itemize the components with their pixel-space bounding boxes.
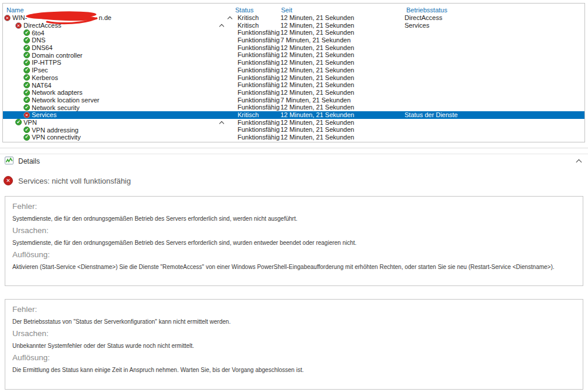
row-name-cell: ✔VPN connectivity xyxy=(3,134,81,141)
ok-icon: ✔ xyxy=(15,119,22,125)
cell-seit: 12 Minuten, 21 Sekunden xyxy=(280,81,354,89)
cell-status: Funktionsfähig xyxy=(238,67,280,74)
row-name: VPN addressing xyxy=(32,127,79,134)
column-header-betriebsstatus[interactable]: Betriebsstatus xyxy=(406,6,447,14)
table-row[interactable]: ✔NAT64Funktionsfähig12 Minuten, 21 Sekun… xyxy=(3,81,584,89)
ok-icon: ✔ xyxy=(24,29,30,36)
cell-betriebsstatus: Status der Dienste xyxy=(405,111,458,119)
cell-status: Funktionsfähig xyxy=(238,126,280,134)
column-header-name[interactable]: Name xyxy=(6,6,24,14)
ok-icon: ✔ xyxy=(24,45,30,51)
cell-betriebsstatus: Services xyxy=(405,22,429,29)
table-row[interactable]: ✔DNSFunktionsfähig7 Minuten, 21 Sekunden xyxy=(3,36,584,44)
row-name: Services xyxy=(32,111,56,118)
table-row[interactable]: ✕WIN-n.deKritisch12 Minuten, 21 Sekunden… xyxy=(3,14,584,22)
ok-icon: ✔ xyxy=(24,37,30,44)
cell-status: Funktionsfähig xyxy=(238,44,280,52)
row-name-cell: ✔IPsec xyxy=(3,67,48,74)
detail-label: Ursachen: xyxy=(12,226,576,235)
ok-icon: ✔ xyxy=(24,59,30,66)
detail-text: Die Ermittlung des Status kann einige Ze… xyxy=(12,367,576,373)
cell-status: Kritisch xyxy=(238,22,259,29)
row-name: VPN connectivity xyxy=(32,134,81,141)
table-row[interactable]: ✕ServicesKritisch12 Minuten, 21 Sekunden… xyxy=(3,111,584,119)
row-name-cell: ✔Domain controller xyxy=(3,51,82,59)
ok-icon: ✔ xyxy=(24,74,30,81)
ok-icon: ✔ xyxy=(24,67,30,74)
row-name: Network security xyxy=(32,104,79,111)
cell-status: Funktionsfähig xyxy=(238,74,280,82)
detail-text: Der Betriebsstatus von "Status der Serve… xyxy=(12,318,576,325)
operations-status-table: Name Status Seit Betriebsstatus ✕WIN-n.d… xyxy=(2,3,585,142)
row-name: IP-HTTPS xyxy=(32,59,61,66)
table-row[interactable]: ✔6to4Funktionsfähig12 Minuten, 21 Sekund… xyxy=(3,29,584,36)
row-name-cell: ✔6to4 xyxy=(3,29,44,36)
detail-text: Systemdienste, die für den ordnungsgemäß… xyxy=(12,240,576,246)
ok-icon: ✔ xyxy=(24,97,30,103)
row-name-cell: ✕WIN-n.de xyxy=(3,14,111,22)
cell-seit: 12 Minuten, 21 Sekunden xyxy=(280,14,354,22)
row-name-cell: ✔NAT64 xyxy=(3,81,51,89)
row-name-cell: ✔Network location server xyxy=(3,97,99,104)
row-name-cell: ✔DNS xyxy=(3,36,45,44)
detail-label: Auflösung: xyxy=(12,353,576,362)
row-list: ✕WIN-n.deKritisch12 Minuten, 21 Sekunden… xyxy=(3,14,584,141)
table-row[interactable]: ✔DNS64Funktionsfähig12 Minuten, 21 Sekun… xyxy=(3,44,584,52)
row-name-cell: ✔IP-HTTPS xyxy=(3,59,61,67)
error-icon: ✕ xyxy=(24,112,30,118)
column-header-seit[interactable]: Seit xyxy=(281,6,292,14)
table-row[interactable]: ✔VPN addressingFunktionsfähig12 Minuten,… xyxy=(3,126,584,134)
ok-icon: ✔ xyxy=(24,89,30,96)
row-name: DNS64 xyxy=(32,44,52,51)
table-row[interactable]: ✔VPN connectivityFunktionsfähig12 Minute… xyxy=(3,134,584,141)
table-row[interactable]: ✔Network securityFunktionsfähig12 Minute… xyxy=(3,104,584,111)
cell-seit: 7 Minuten, 21 Sekunden xyxy=(280,97,350,104)
ok-icon: ✔ xyxy=(24,104,30,111)
row-name: VPN xyxy=(24,119,37,126)
table-row[interactable]: ✔Network adaptersFunktionsfähig12 Minute… xyxy=(3,89,584,97)
collapse-chevron-icon[interactable] xyxy=(220,121,225,125)
table-row[interactable]: ✔Network location serverFunktionsfähig7 … xyxy=(3,97,584,104)
row-name-cell: ✔VPN addressing xyxy=(3,126,79,134)
table-row[interactable]: ✔IPsecFunktionsfähig12 Minuten, 21 Sekun… xyxy=(3,67,584,74)
row-name: NAT64 xyxy=(32,82,51,89)
collapse-chevron-icon[interactable] xyxy=(228,16,233,21)
error-detail-box: Fehler:Systemdienste, die für den ordnun… xyxy=(5,196,583,286)
cell-seit: 12 Minuten, 21 Sekunden xyxy=(280,67,354,74)
table-row[interactable]: ✔Domain controllerFunktionsfähig12 Minut… xyxy=(3,51,584,59)
divider xyxy=(0,148,588,148)
details-section-header[interactable]: Details xyxy=(0,154,588,168)
remote-access-operations-status: Name Status Seit Betriebsstatus ✕WIN-n.d… xyxy=(0,0,588,392)
detail-label: Fehler: xyxy=(12,305,576,314)
error-icon: ✕ xyxy=(4,15,11,21)
row-name: Kerberos xyxy=(32,74,58,81)
ok-icon: ✔ xyxy=(24,134,30,141)
detail-label: Fehler: xyxy=(12,202,576,211)
cell-seit: 12 Minuten, 21 Sekunden xyxy=(280,126,354,134)
error-icon: ✕ xyxy=(4,176,13,185)
cell-seit: 12 Minuten, 21 Sekunden xyxy=(280,119,354,127)
cell-seit: 12 Minuten, 21 Sekunden xyxy=(280,134,354,141)
ok-icon: ✔ xyxy=(24,82,30,88)
cell-seit: 12 Minuten, 21 Sekunden xyxy=(280,111,354,119)
detail-text: Aktivieren (Start-Service <Dienstname>) … xyxy=(12,264,576,270)
cell-status: Funktionsfähig xyxy=(238,36,280,44)
detail-text: Unbekannter Systemfehler oder der Status… xyxy=(12,343,576,349)
cell-status: Funktionsfähig xyxy=(238,29,280,36)
collapse-chevron-icon[interactable] xyxy=(220,24,225,28)
column-header-status[interactable]: Status xyxy=(235,6,253,14)
cell-seit: 12 Minuten, 21 Sekunden xyxy=(280,74,354,82)
row-name: IPsec xyxy=(32,67,48,74)
cell-seit: 12 Minuten, 21 Sekunden xyxy=(280,59,354,67)
status-line-text: Services: nicht voll funktionsfähig xyxy=(18,177,131,185)
table-row[interactable]: ✔VPNFunktionsfähig12 Minuten, 21 Sekunde… xyxy=(3,119,584,127)
table-row[interactable]: ✔IP-HTTPSFunktionsfähig12 Minuten, 21 Se… xyxy=(3,59,584,67)
details-status-line: ✕ Services: nicht voll funktionsfähig xyxy=(4,175,131,187)
table-row[interactable]: ✔KerberosFunktionsfähig12 Minuten, 21 Se… xyxy=(3,74,584,82)
cell-status: Funktionsfähig xyxy=(238,119,280,127)
cell-betriebsstatus: DirectAccess xyxy=(405,14,442,22)
detail-label: Auflösung: xyxy=(12,250,576,259)
cell-status: Funktionsfähig xyxy=(238,59,280,67)
cell-status: Funktionsfähig xyxy=(238,81,280,89)
collapse-details-chevron-icon[interactable] xyxy=(577,158,582,164)
